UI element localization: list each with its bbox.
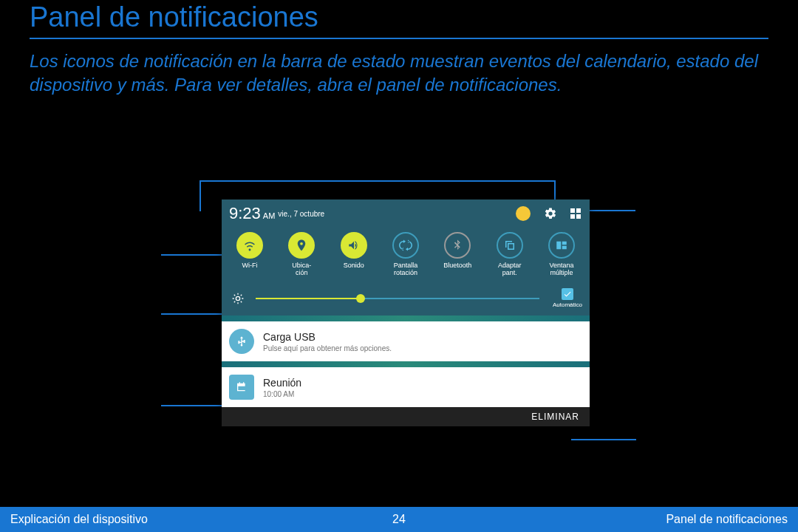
bluetooth-icon xyxy=(444,232,471,259)
clear-button[interactable]: ELIMINAR xyxy=(222,407,590,426)
toggle-label: Wi-Fi xyxy=(242,262,258,269)
toggle-rotation[interactable]: Pantallarotación xyxy=(383,232,428,276)
page-title: Panel de notificaciones xyxy=(0,0,798,38)
callout-line xyxy=(161,405,222,406)
settings-icon[interactable] xyxy=(544,207,557,220)
notification-item[interactable]: Reunión 10:00 AM xyxy=(222,367,590,407)
toggle-location[interactable]: Ubica-ción xyxy=(279,232,324,276)
callout-line xyxy=(200,180,554,182)
toggle-label: Pantallarotación xyxy=(394,262,418,276)
grid-icon[interactable] xyxy=(569,207,582,220)
clock-ampm: AM xyxy=(263,211,276,220)
toggle-label: Ubica-ción xyxy=(292,262,311,276)
sound-icon xyxy=(341,232,367,259)
slider-knob[interactable] xyxy=(356,294,365,303)
callout-line xyxy=(571,439,636,440)
brightness-icon xyxy=(232,293,244,304)
toggle-label: Sonido xyxy=(344,262,364,269)
toggle-wifi[interactable]: Wi-Fi xyxy=(228,232,272,276)
calendar-icon xyxy=(229,375,254,400)
clock-time: 9:23 xyxy=(229,204,261,223)
footer-page-number: 24 xyxy=(0,513,798,526)
auto-label: Automático xyxy=(553,301,582,308)
background-strip xyxy=(222,361,590,367)
toggle-bluetooth[interactable]: Bluetooth xyxy=(435,232,480,276)
page-footer: Explicación del dispositivo 24 Panel de … xyxy=(0,507,798,532)
usb-icon xyxy=(229,329,254,354)
callout-line xyxy=(590,210,635,211)
location-icon xyxy=(288,232,315,259)
auto-brightness[interactable]: Automático xyxy=(553,288,582,308)
background-strip xyxy=(222,316,590,321)
callout-line xyxy=(161,313,222,315)
notification-item[interactable]: Carga USB Pulse aquí para obtener más op… xyxy=(222,321,590,361)
toggle-multiwindow[interactable]: Ventanamúltiple xyxy=(539,232,584,276)
notif-title: Reunión xyxy=(263,377,301,389)
notif-subtext: 10:00 AM xyxy=(263,390,301,398)
toggle-label: Ventanamúltiple xyxy=(549,262,573,276)
intro-text: Los iconos de notificación en la barra d… xyxy=(0,39,798,98)
notif-title: Carga USB xyxy=(263,331,392,343)
user-avatar-icon[interactable] xyxy=(516,206,531,221)
clock-date: vie., 7 octubre xyxy=(278,210,324,218)
toggle-label: Adaptarpant. xyxy=(498,262,522,276)
toggle-smart-screen[interactable]: Adaptarpant. xyxy=(488,232,532,276)
panel-header: 9:23 AM vie., 7 octubre xyxy=(222,200,590,226)
toggle-label: Bluetooth xyxy=(443,262,471,269)
notif-subtext: Pulse aquí para obtener más opciones. xyxy=(263,344,392,352)
callout-line xyxy=(200,180,201,211)
smart-screen-icon xyxy=(497,232,523,259)
brightness-slider[interactable] xyxy=(256,298,539,299)
callout-line xyxy=(161,254,222,256)
brightness-row: Automático xyxy=(222,284,590,316)
quick-toggles-row: Wi-Fi Ubica-ción Sonido xyxy=(222,226,590,284)
rotation-icon xyxy=(392,232,419,259)
checkbox-checked-icon xyxy=(562,288,573,300)
wifi-icon xyxy=(236,232,263,259)
toggle-sound[interactable]: Sonido xyxy=(332,232,376,276)
multiwindow-icon xyxy=(548,232,575,259)
notification-panel: 9:23 AM vie., 7 octubre Wi-Fi xyxy=(222,200,590,426)
